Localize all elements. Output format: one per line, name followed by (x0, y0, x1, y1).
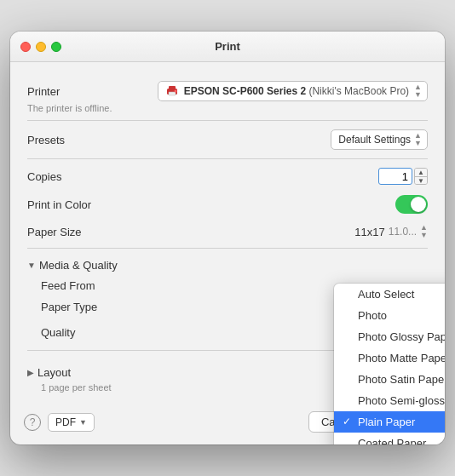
quality-label: Quality (41, 326, 75, 339)
help-button[interactable]: ? (24, 414, 41, 431)
pdf-label: PDF (55, 416, 76, 428)
pdf-button[interactable]: PDF ▼ (48, 413, 95, 432)
printer-row: Printer EPSON SC-P600 Series 2 (Nikki's … (27, 76, 428, 103)
printer-chevron-icon: ▲▼ (414, 83, 422, 99)
maximize-button[interactable] (51, 42, 61, 52)
presets-value: Default Settings (338, 134, 411, 146)
paper-size-label: Paper Size (27, 226, 82, 238)
window-title: Print (215, 40, 240, 53)
presets-row: Presets Default Settings ▲▼ (27, 124, 428, 155)
printer-select[interactable]: EPSON SC-P600 Series 2 (Nikki's MacBook … (158, 81, 428, 101)
dropdown-item-photo[interactable]: Photo (334, 305, 445, 326)
media-quality-section-header[interactable]: ▼ Media & Quality (27, 252, 428, 275)
dropdown-item-auto-select[interactable]: Auto Select (334, 284, 445, 305)
offline-status: The printer is offline. (27, 103, 428, 117)
close-button[interactable] (20, 42, 31, 52)
feed-from-label: Feed From (41, 279, 95, 292)
dropdown-item-photo-semigloss[interactable]: Photo Semi-gloss Paper (334, 390, 445, 411)
copies-label: Copies (27, 170, 61, 183)
titlebar: Print (10, 32, 445, 62)
copies-input[interactable]: 1 (378, 168, 412, 185)
media-quality-chevron-icon: ▼ (27, 261, 36, 270)
printer-label: Printer (27, 85, 60, 98)
paper-size-chevron-icon: ▲▼ (420, 224, 428, 239)
paper-size-row: Paper Size 11x17 11.0... ▲▼ (27, 219, 428, 244)
divider-2 (27, 158, 428, 159)
pdf-chevron-icon: ▼ (79, 418, 87, 427)
dropdown-item-photo-satin[interactable]: Photo Satin Paper (334, 369, 445, 390)
media-quality-label: Media & Quality (39, 259, 118, 272)
svg-rect-2 (169, 92, 176, 95)
presets-select[interactable]: Default Settings ▲▼ (331, 129, 428, 150)
copies-stepper[interactable]: ▲ ▼ (414, 168, 428, 185)
dropdown-item-plain-paper[interactable]: Plain Paper (334, 411, 445, 433)
divider-3 (27, 248, 428, 249)
svg-point-3 (174, 90, 176, 93)
copies-input-wrap: 1 ▲ ▼ (378, 168, 428, 185)
paper-size-extra: 11.0... (389, 226, 417, 238)
printer-name: EPSON SC-P600 Series 2 (Nikki's MacBook … (184, 85, 409, 97)
toggle-knob (411, 197, 426, 212)
paper-size-value[interactable]: 11x17 11.0... ▲▼ (354, 224, 428, 239)
print-dialog: Print Printer EPSON SC-P600 Series 2 (Ni… (10, 32, 445, 444)
print-color-label: Print in Color (27, 198, 91, 211)
layout-chevron-icon: ▶ (27, 368, 34, 377)
printer-icon (165, 85, 179, 97)
traffic-lights (20, 42, 61, 52)
layout-label: Layout (37, 366, 71, 379)
paper-size-display: 11x17 (354, 226, 384, 238)
bottom-left: ? PDF ▼ (24, 413, 95, 432)
divider-1 (27, 120, 428, 121)
print-color-toggle[interactable] (395, 195, 428, 214)
dropdown-item-photo-matte[interactable]: Photo Matte Paper (334, 347, 445, 369)
paper-type-dropdown: Auto Select Photo Photo Glossy Paper Pho… (334, 284, 445, 444)
presets-label: Presets (27, 134, 65, 146)
print-color-row: Print in Color (27, 190, 428, 219)
dropdown-item-photo-glossy[interactable]: Photo Glossy Paper (334, 326, 445, 347)
copies-decrement[interactable]: ▼ (415, 177, 427, 185)
copies-row: Copies 1 ▲ ▼ (27, 163, 428, 190)
presets-chevron-icon: ▲▼ (414, 132, 422, 147)
paper-type-label: Paper Type (41, 301, 97, 313)
svg-rect-1 (169, 86, 176, 89)
copies-increment[interactable]: ▲ (415, 169, 427, 177)
dropdown-item-coated-paper[interactable]: Coated Paper (334, 433, 445, 444)
minimize-button[interactable] (36, 42, 46, 52)
